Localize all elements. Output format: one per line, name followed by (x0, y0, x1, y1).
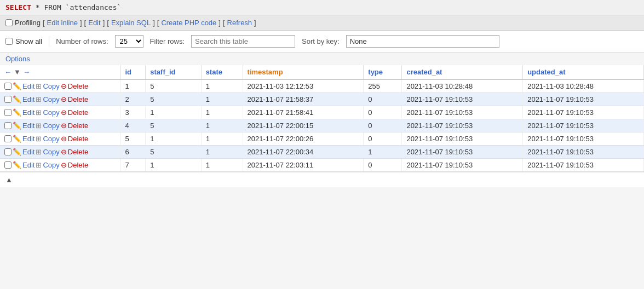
delete-button[interactable]: ⊖ Delete (61, 135, 89, 143)
cell-id: 7 (120, 159, 146, 172)
row-checkbox[interactable] (4, 109, 12, 116)
edit-link[interactable]: Edit (88, 19, 100, 27)
create-php-link[interactable]: Create PHP code (161, 19, 216, 27)
row-checkbox[interactable] (4, 135, 12, 142)
header-updated-at[interactable]: updated_at (523, 65, 644, 79)
cell-updated_at: 2021-11-07 19:10:53 (523, 93, 644, 106)
row-checkbox[interactable] (4, 161, 12, 169)
sql-bar: SELECT * FROM `attendances` (0, 0, 644, 15)
copy-label: Copy (43, 108, 59, 117)
header-staff-id[interactable]: staff_id (146, 65, 201, 79)
explain-sql-link[interactable]: Explain SQL (111, 19, 151, 27)
cell-created_at: 2021-11-07 19:10:53 (402, 132, 523, 146)
rows-select[interactable]: 25 50 100 250 (115, 35, 143, 48)
cell-state: 1 (201, 106, 243, 119)
cell-staff_id: 5 (146, 79, 201, 93)
delete-button[interactable]: ⊖ Delete (61, 95, 89, 103)
refresh-link[interactable]: Refresh (227, 19, 252, 27)
header-created-at[interactable]: created_at (402, 65, 523, 79)
copy-button[interactable]: ⊞ Copy (36, 148, 59, 156)
delete-button[interactable]: ⊖ Delete (61, 122, 89, 130)
cell-staff_id: 1 (146, 106, 201, 119)
col-sort-icon[interactable]: ▼ (14, 68, 21, 76)
cell-created_at: 2021-11-03 10:28:48 (402, 79, 523, 93)
cell-updated_at: 2021-11-07 19:10:53 (523, 146, 644, 159)
delete-button[interactable]: ⊖ Delete (61, 82, 89, 90)
cell-updated_at: 2021-11-07 19:10:53 (523, 119, 644, 132)
cell-id: 3 (120, 106, 146, 119)
number-of-rows-label: Number of rows: (56, 37, 108, 45)
cell-id: 5 (120, 132, 146, 146)
copy-icon: ⊞ (36, 122, 42, 130)
cell-state: 1 (201, 93, 243, 106)
delete-button[interactable]: ⊖ Delete (61, 148, 89, 156)
copy-label: Copy (43, 148, 59, 156)
edit-button[interactable]: ✏️ Edit (13, 148, 34, 156)
cell-staff_id: 1 (146, 159, 201, 172)
header-type[interactable]: type (364, 65, 402, 79)
cell-type: 0 (364, 119, 402, 132)
action-cell: ✏️ Edit ⊞ Copy ⊖ Delete (0, 119, 120, 132)
edit-button[interactable]: ✏️ Edit (13, 161, 34, 169)
cell-timestamp: 2021-11-07 21:58:41 (243, 106, 364, 119)
copy-icon: ⊞ (36, 135, 42, 143)
table-row: ✏️ Edit ⊞ Copy ⊖ Delete 5112021-11-07 22… (0, 132, 644, 146)
edit-button[interactable]: ✏️ Edit (13, 82, 34, 90)
edit-button[interactable]: ✏️ Edit (13, 135, 34, 143)
edit-button[interactable]: ✏️ Edit (13, 122, 34, 130)
header-state[interactable]: state (201, 65, 243, 79)
delete-button[interactable]: ⊖ Delete (61, 161, 89, 169)
header-timestamp[interactable]: timestamp (243, 65, 364, 79)
table-row: ✏️ Edit ⊞ Copy ⊖ Delete 1512021-11-03 12… (0, 79, 644, 93)
edit-label: Edit (22, 161, 34, 169)
search-input[interactable] (191, 35, 295, 48)
cell-id: 4 (120, 119, 146, 132)
edit-button[interactable]: ✏️ Edit (13, 108, 34, 117)
show-all-label[interactable]: Show all (5, 37, 42, 45)
sort-by-value: None (346, 35, 499, 48)
edit-label: Edit (22, 148, 34, 156)
copy-icon: ⊞ (36, 108, 42, 117)
col-left-arrow[interactable]: ← (4, 68, 12, 76)
profiling-checkbox-label[interactable]: Profiling (5, 19, 41, 27)
copy-button[interactable]: ⊞ Copy (36, 122, 59, 130)
row-checkbox[interactable] (4, 83, 12, 90)
row-checkbox[interactable] (4, 122, 12, 129)
copy-button[interactable]: ⊞ Copy (36, 161, 59, 169)
profiling-checkbox[interactable] (5, 19, 13, 26)
table-row: ✏️ Edit ⊞ Copy ⊖ Delete 3112021-11-07 21… (0, 106, 644, 119)
table-row: ✏️ Edit ⊞ Copy ⊖ Delete 4512021-11-07 22… (0, 119, 644, 132)
edit-inline-link[interactable]: Edit inline (47, 19, 78, 27)
row-checkbox[interactable] (4, 96, 12, 103)
delete-icon: ⊖ (61, 135, 67, 143)
delete-button[interactable]: ⊖ Delete (61, 108, 89, 117)
show-all-checkbox[interactable] (5, 38, 13, 45)
cell-updated_at: 2021-11-07 19:10:53 (523, 159, 644, 172)
copy-icon: ⊞ (36, 95, 42, 103)
delete-label: Delete (68, 82, 89, 90)
header-id[interactable]: id (120, 65, 146, 79)
edit-label: Edit (22, 82, 34, 90)
copy-button[interactable]: ⊞ Copy (36, 108, 59, 117)
cell-updated_at: 2021-11-07 19:10:53 (523, 132, 644, 146)
pencil-icon: ✏️ (13, 135, 21, 143)
cell-staff_id: 1 (146, 132, 201, 146)
copy-button[interactable]: ⊞ Copy (36, 95, 59, 103)
bottom-bar-text: ▲ (5, 176, 13, 184)
cell-type: 255 (364, 79, 402, 93)
row-checkbox[interactable] (4, 148, 12, 155)
action-cell: ✏️ Edit ⊞ Copy ⊖ Delete (0, 132, 120, 146)
bottom-bar: ▲ (0, 172, 644, 187)
pencil-icon: ✏️ (13, 108, 21, 117)
copy-button[interactable]: ⊞ Copy (36, 135, 59, 143)
copy-label: Copy (43, 122, 59, 130)
cell-timestamp: 2021-11-07 22:00:26 (243, 132, 364, 146)
options-row: Options (0, 53, 644, 65)
toolbar: Show all Number of rows: 25 50 100 250 F… (0, 31, 644, 53)
options-link[interactable]: Options (5, 55, 30, 63)
col-right-arrow[interactable]: → (23, 68, 30, 76)
edit-button[interactable]: ✏️ Edit (13, 95, 34, 103)
copy-button[interactable]: ⊞ Copy (36, 82, 59, 90)
cell-created_at: 2021-11-07 19:10:53 (402, 93, 523, 106)
cell-id: 2 (120, 93, 146, 106)
